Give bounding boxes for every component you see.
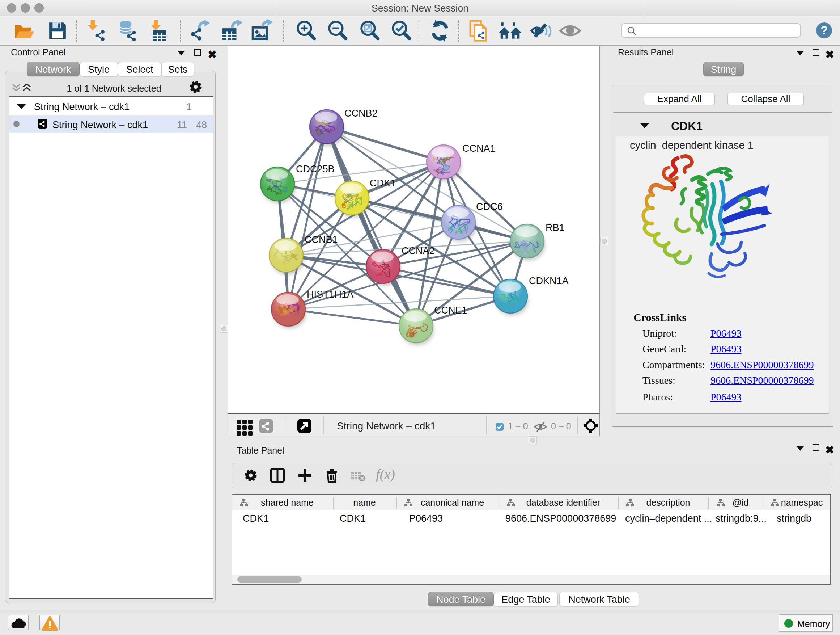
svg-text:HIST1H1A: HIST1H1A [307, 289, 354, 300]
svg-text:CDC25B: CDC25B [296, 164, 335, 174]
svg-text:CCNB2: CCNB2 [344, 108, 378, 119]
svg-text:CCNA2: CCNA2 [401, 245, 435, 256]
svg-text:RB1: RB1 [546, 222, 565, 233]
svg-text:CCNA1: CCNA1 [462, 143, 496, 154]
svg-text:CCNE1: CCNE1 [434, 305, 467, 316]
svg-text:CDK1: CDK1 [370, 178, 396, 188]
svg-text:CDKN1A: CDKN1A [529, 276, 569, 287]
svg-text:CDC6: CDC6 [476, 201, 503, 212]
svg-text:CCNB1: CCNB1 [305, 234, 338, 245]
